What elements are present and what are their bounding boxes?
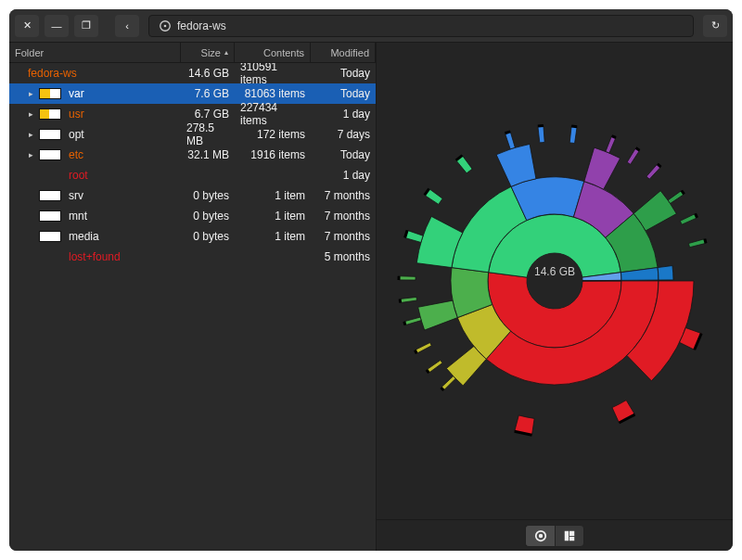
cell-contents: 227434 items	[235, 101, 311, 127]
titlebar: ✕ — ❐ ‹ fedora-ws ↻	[9, 9, 733, 43]
cell-contents: 1916 items	[235, 148, 311, 161]
folder-name: mnt	[69, 210, 87, 223]
close-button[interactable]: ✕	[15, 15, 39, 37]
folder-name: var	[69, 87, 84, 100]
column-header-size-label: Size	[201, 47, 221, 58]
expander-icon[interactable]: ▸	[26, 130, 35, 139]
cell-modified: 1 day	[311, 169, 376, 182]
content-split: Folder Size ▴ Contents Modified fedora-w…	[9, 43, 733, 551]
cell-size: 0 bytes	[181, 230, 235, 243]
tree-row[interactable]: srv0 bytes1 item7 months	[9, 185, 376, 206]
disk-icon	[159, 19, 172, 32]
cell-size: 6.7 GB	[181, 108, 235, 121]
cell-size: 7.6 GB	[181, 87, 235, 100]
folder-name: fedora-ws	[28, 67, 77, 80]
usage-swatch	[39, 108, 61, 120]
column-header-size[interactable]: Size ▴	[181, 43, 235, 62]
svg-rect-6	[569, 530, 574, 535]
folder-name: usr	[69, 108, 84, 121]
cell-contents: 81063 items	[235, 87, 311, 100]
back-button[interactable]: ‹	[115, 15, 139, 37]
cell-modified: 1 day	[311, 108, 376, 121]
cell-size: 14.6 GB	[181, 67, 235, 80]
column-header-contents[interactable]: Contents	[235, 43, 311, 62]
cell-size: 0 bytes	[181, 189, 235, 202]
cell-modified: 7 months	[311, 210, 376, 223]
cell-modified: Today	[311, 67, 376, 80]
tree-row[interactable]: root1 day	[9, 165, 376, 185]
cell-contents: 310591 items	[235, 63, 311, 86]
treemap-icon	[563, 529, 576, 542]
folder-name: media	[69, 230, 99, 243]
cell-modified: Today	[311, 148, 376, 161]
sunburst-chart[interactable]: 14.6 GB	[377, 43, 733, 519]
cell-modified: 7 days	[311, 128, 376, 141]
tree-root-row[interactable]: fedora-ws 14.6 GB 310591 items Today	[9, 63, 376, 83]
pathbar[interactable]: fedora-ws	[148, 15, 694, 37]
rings-view-button[interactable]	[525, 525, 555, 547]
rings-icon	[534, 529, 547, 542]
folder-name: root	[69, 169, 88, 182]
cell-modified: 5 months	[311, 250, 376, 263]
cell-contents: 1 item	[235, 210, 311, 223]
svg-point-2	[527, 253, 582, 309]
sort-indicator-icon: ▴	[224, 48, 228, 57]
usage-swatch	[39, 231, 61, 242]
minimize-button[interactable]: —	[45, 15, 69, 37]
column-header-modified[interactable]: Modified	[311, 43, 376, 62]
usage-swatch	[39, 88, 61, 99]
expander-icon[interactable]: ▸	[26, 89, 35, 98]
tree-row[interactable]: ▸opt278.5 MB172 items7 days	[9, 124, 376, 145]
usage-swatch	[39, 149, 61, 160]
cell-size: 278.5 MB	[181, 121, 235, 147]
tree-row[interactable]: media0 bytes1 item7 months	[9, 226, 376, 247]
column-header-folder[interactable]: Folder	[9, 43, 181, 62]
cell-modified: Today	[311, 87, 376, 100]
treemap-view-button[interactable]	[555, 525, 584, 547]
svg-rect-7	[569, 536, 574, 540]
tree-row[interactable]: mnt0 bytes1 item7 months	[9, 206, 376, 226]
folder-name: opt	[69, 128, 84, 141]
svg-point-4	[538, 533, 542, 537]
folder-name: lost+found	[69, 250, 121, 263]
cell-contents: 1 item	[235, 189, 311, 202]
cell-contents: 1 item	[235, 230, 311, 243]
tree-row[interactable]: lost+found5 months	[9, 247, 376, 267]
expander-icon[interactable]: ▸	[26, 109, 35, 119]
usage-swatch	[39, 210, 61, 222]
cell-size: 32.1 MB	[181, 148, 235, 161]
folder-tree-panel: Folder Size ▴ Contents Modified fedora-w…	[9, 43, 377, 551]
usage-swatch	[39, 190, 61, 201]
cell-modified: 7 months	[311, 230, 376, 243]
cell-contents: 172 items	[235, 128, 311, 141]
tree-row[interactable]: ▸var7.6 GB81063 itemsToday	[9, 83, 376, 104]
tree-rows[interactable]: fedora-ws 14.6 GB 310591 items Today ▸va…	[9, 63, 376, 551]
svg-point-1	[164, 24, 167, 27]
pathbar-crumb[interactable]: fedora-ws	[149, 16, 236, 36]
chart-panel: 14.6 GB	[377, 43, 733, 551]
folder-name: srv	[69, 189, 83, 202]
svg-rect-5	[565, 530, 569, 541]
view-switcher	[377, 519, 733, 551]
usage-swatch	[39, 129, 61, 140]
folder-name: etc	[69, 148, 83, 161]
reload-button[interactable]: ↻	[703, 15, 727, 37]
maximize-button[interactable]: ❐	[74, 15, 98, 37]
cell-size: 0 bytes	[181, 210, 235, 223]
app-window: ✕ — ❐ ‹ fedora-ws ↻ Folder Size ▴ Co	[9, 9, 733, 551]
expander-icon[interactable]: ▸	[26, 150, 35, 159]
cell-modified: 7 months	[311, 189, 376, 202]
tree-header: Folder Size ▴ Contents Modified	[9, 43, 376, 63]
pathbar-crumb-label: fedora-ws	[177, 19, 226, 32]
tree-row[interactable]: ▸etc32.1 MB1916 itemsToday	[9, 145, 376, 165]
